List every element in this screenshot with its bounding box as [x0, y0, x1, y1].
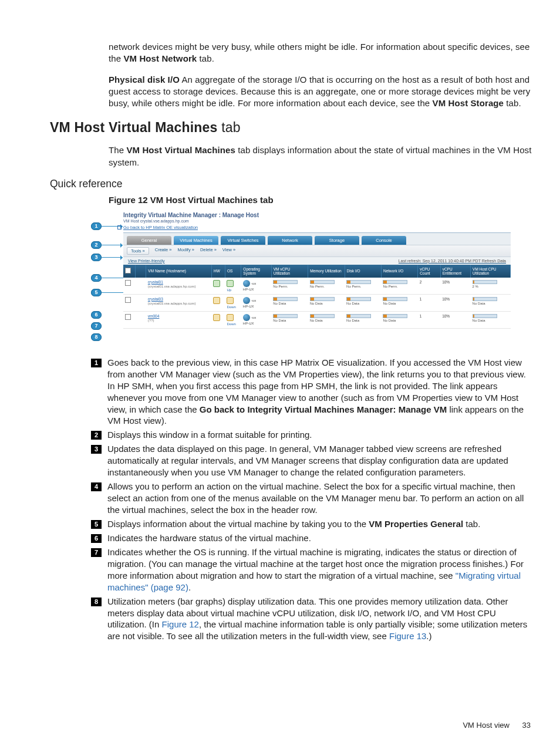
- col-mem-util: Memory Utilization: [308, 265, 345, 278]
- figure-caption: Figure 12 VM Host Virtual Machines tab: [109, 195, 534, 205]
- vcpu-util-cell: No Perm.: [271, 278, 308, 295]
- mem-util-cell: No Data: [308, 311, 345, 328]
- footer-label: VM Host view: [463, 721, 509, 730]
- col-select[interactable]: [123, 265, 135, 278]
- hw-status-icon: [213, 314, 220, 321]
- figure-screenshot: 1 2 3 4 5 6 7 8 Integrity Virtual Machin…: [91, 211, 514, 346]
- os-logo-icon: [243, 297, 250, 304]
- tab-console[interactable]: Console: [362, 236, 406, 245]
- link-figure-13[interactable]: Figure 13: [389, 631, 426, 641]
- t: VM Host Network: [123, 53, 197, 63]
- num-badge: 6: [91, 534, 102, 543]
- tools-button[interactable]: Tools »: [127, 247, 149, 255]
- vcpu-ent-cell: 10%: [440, 278, 470, 295]
- os-cell: Up: [225, 278, 241, 295]
- callout-4: 4: [91, 274, 102, 282]
- os-cell: Down: [225, 311, 241, 328]
- vcpu-util-cell: No Data: [271, 294, 308, 311]
- num-badge: 1: [91, 359, 102, 367]
- os-status-icon: [227, 280, 234, 287]
- row-icon: [135, 278, 146, 295]
- refresh-row: View Printer-friendly Last refresh: Sep …: [123, 257, 511, 265]
- num-badge: 3: [91, 445, 102, 454]
- os-cell: Down: [225, 294, 241, 311]
- window-title: Integrity Virtual Machine Manager : Mana…: [123, 211, 511, 218]
- list-item: 6Indicates the hardware status of the vi…: [50, 532, 534, 544]
- osname-cell: -uxHP-UX: [241, 278, 271, 295]
- tab-virtual-machines[interactable]: Virtual Machines: [174, 236, 218, 245]
- hw-cell: [211, 278, 225, 295]
- hw-status-icon: [213, 297, 220, 304]
- mem-util-cell: No Data: [308, 294, 345, 311]
- t: Updates the data displayed on this page.…: [107, 443, 534, 478]
- vcpu-count-cell: 2: [418, 278, 440, 295]
- list-item: 2Displays this window in a format suitab…: [50, 429, 534, 441]
- col-vcpu-ent: vCPU Entitlement: [440, 265, 470, 278]
- menu-create[interactable]: Create »: [155, 247, 172, 255]
- link-figure-12[interactable]: Figure 12: [162, 619, 199, 629]
- disk-io-cell: No Perm.: [345, 278, 381, 295]
- section-title: VM Host Virtual Machines tab: [50, 120, 534, 136]
- num-badge: 2: [91, 431, 102, 440]
- tab-general[interactable]: General: [127, 236, 171, 245]
- tab-network[interactable]: Network: [268, 236, 312, 245]
- vcpu-count-cell: 1: [418, 311, 440, 328]
- t: Go back to Integrity Virtual Machines Ma…: [200, 404, 447, 414]
- row-select[interactable]: [123, 278, 135, 295]
- num-badge: 8: [91, 598, 102, 606]
- t: tab.: [463, 519, 480, 529]
- menu-modify[interactable]: Modify »: [178, 247, 194, 255]
- callout-2: 2: [91, 241, 102, 249]
- menu-view[interactable]: View »: [222, 247, 235, 255]
- vm-manager-window: Integrity Virtual Machine Manager : Mana…: [123, 211, 511, 346]
- tab-virtual-switches[interactable]: Virtual Switches: [221, 236, 265, 245]
- t: VM Host Virtual Machines: [50, 120, 218, 135]
- view-printer-friendly-link[interactable]: View Printer-friendly: [128, 259, 165, 263]
- t: tab.: [197, 53, 214, 63]
- t: Allows you to perform an action on the v…: [107, 481, 534, 516]
- go-back-link[interactable]: Go back to HP Matrix OE visualization: [123, 224, 511, 233]
- row-select[interactable]: [123, 311, 135, 328]
- page-number: 33: [522, 721, 531, 730]
- vm-name-cell[interactable]: crystal01(crystal01.vse.adapps.hp.com): [146, 278, 212, 295]
- t: tab: [218, 120, 241, 135]
- disk-io-cell: No Data: [345, 311, 381, 328]
- col-net-io: Network I/O: [381, 265, 417, 278]
- t: VM Host Storage: [433, 98, 504, 108]
- t: Displays information about the virtual m…: [107, 519, 369, 529]
- num-badge: 4: [91, 482, 102, 491]
- table-row: crystal03(crystal03.vse.adapps.hp.com)Do…: [123, 294, 511, 311]
- vcpu-util-cell: No Data: [271, 311, 308, 328]
- callout-5: 5: [91, 289, 102, 296]
- col-hw: HW: [211, 265, 225, 278]
- osname-cell: -uxHP-UX: [241, 294, 271, 311]
- list-item: 4Allows you to perform an action on the …: [50, 481, 534, 516]
- list-item: 5 Displays information about the virtual…: [50, 518, 534, 530]
- table-header-row: VM Name (Hostname) HW OS Operating Syste…: [123, 265, 511, 278]
- t: VM Host Virtual Machines: [126, 145, 235, 155]
- callout-8: 8: [91, 333, 102, 341]
- list-item: 3Updates the data displayed on this page…: [50, 443, 534, 478]
- t: tab.: [504, 98, 521, 108]
- tab-storage[interactable]: Storage: [315, 236, 359, 245]
- hostcpu-cell: 2 %: [471, 278, 511, 295]
- vcpu-ent-cell: 10%: [440, 311, 470, 328]
- t: .: [188, 582, 191, 592]
- para-physical-disk: Physical disk I/O An aggregate of the st…: [109, 74, 534, 110]
- section-lead: The VM Host Virtual Machines tab display…: [109, 144, 534, 168]
- vm-name-cell[interactable]: vm004(??): [146, 311, 212, 328]
- vm-name-cell[interactable]: crystal03(crystal03.vse.adapps.hp.com): [146, 294, 212, 311]
- menu-delete[interactable]: Delete »: [200, 247, 217, 255]
- num-badge: 7: [91, 548, 102, 557]
- row-select[interactable]: [123, 294, 135, 311]
- list-item: 1 Goes back to the previous view, in thi…: [50, 357, 534, 427]
- table-row: vm004(??)Down-uxHP-UXNo DataNo DataNo Da…: [123, 311, 511, 328]
- last-refresh: Last refresh: Sep 12, 2011 10:40:40 PM P…: [399, 259, 506, 263]
- t: Physical disk I/O: [109, 75, 180, 85]
- host-subtitle: VM Host crystal.vse.adapps.hp.com: [123, 218, 511, 224]
- callout-6: 6: [91, 311, 102, 319]
- toolbar: Tools » Create » Modify » Delete » View …: [123, 245, 511, 257]
- row-icon: [135, 311, 146, 328]
- net-io-cell: No Perm.: [381, 278, 417, 295]
- net-io-cell: No Data: [381, 294, 417, 311]
